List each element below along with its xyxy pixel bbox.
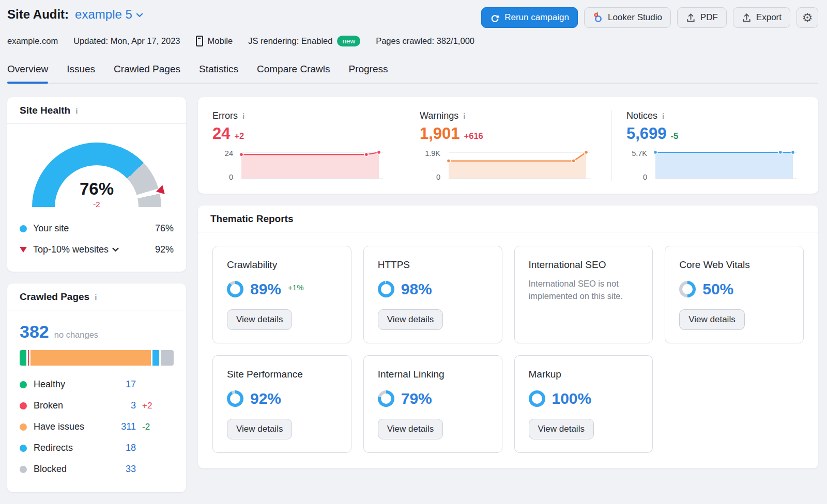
top10-value: 92% xyxy=(155,244,174,255)
internal-linking-view-details-button[interactable]: View details xyxy=(378,419,443,439)
warnings-title-row: Warnings i xyxy=(420,111,597,121)
markup-card: Markup 100% View details xyxy=(514,355,653,453)
site-health-title: Site Health xyxy=(20,105,70,116)
crawled-pages-title: Crawled Pages xyxy=(20,291,89,303)
core-web-vitals-title: Core Web Vitals xyxy=(679,259,789,271)
red-dot-icon xyxy=(20,402,27,410)
https-view-details-button[interactable]: View details xyxy=(378,309,443,330)
tab-bar: Overview Issues Crawled Pages Statistics… xyxy=(7,60,818,84)
info-icon[interactable]: i xyxy=(662,112,664,120)
site-health-delta: -2 xyxy=(22,200,172,209)
info-icon[interactable]: i xyxy=(463,112,465,120)
notices-title: Notices xyxy=(626,111,657,121)
errors-title-row: Errors i xyxy=(212,111,390,121)
looker-studio-button[interactable]: Looker Studio xyxy=(584,7,671,28)
crawlability-percent: 89% xyxy=(250,280,281,298)
redirects-count-link[interactable]: 18 xyxy=(110,443,136,453)
broken-count-link[interactable]: 3 xyxy=(110,400,136,411)
thematic-reports-title: Thematic Reports xyxy=(210,213,293,225)
errors-value[interactable]: 24 xyxy=(212,124,230,143)
thematic-reports-grid: Crawlability 89% +1% View details HTTPS … xyxy=(198,232,818,468)
pdf-label: PDF xyxy=(700,12,718,23)
top10-dropdown[interactable]: Top-10% websites xyxy=(33,244,119,255)
tab-overview[interactable]: Overview xyxy=(7,60,48,83)
mobile-icon xyxy=(196,36,203,46)
rerun-campaign-button[interactable]: Rerun campaign xyxy=(481,7,578,28)
blocked-count-link[interactable]: 33 xyxy=(110,464,136,475)
site-performance-view-details-button[interactable]: View details xyxy=(227,419,292,439)
markup-donut-icon xyxy=(529,390,545,407)
crawled-pages-card: Crawled Pages i 382 no changes Healthy 1… xyxy=(7,284,186,492)
crawled-pages-bar xyxy=(20,350,174,366)
have-issues-count-link[interactable]: 311 xyxy=(110,421,136,432)
notices-ymin-label: 0 xyxy=(626,173,647,181)
site-performance-card: Site Performance 92% View details xyxy=(212,355,351,453)
crawlability-view-details-button[interactable]: View details xyxy=(227,309,292,330)
redirects-label: Redirects xyxy=(34,443,110,453)
info-icon[interactable]: i xyxy=(75,107,78,115)
https-donut-icon xyxy=(378,281,394,297)
notices-metric: Notices i 5,699 -5 5.7K 0 xyxy=(611,111,818,181)
thematic-reports-header: Thematic Reports xyxy=(198,206,818,232)
js-rendering-label: JS rendering: Enabled xyxy=(248,36,332,46)
crawlability-card: Crawlability 89% +1% View details xyxy=(212,246,351,343)
core-web-vitals-percent: 50% xyxy=(702,280,733,298)
site-performance-percent: 92% xyxy=(250,390,281,407)
legend-row-top10: Top-10% websites 92% xyxy=(20,239,174,260)
rerun-campaign-label: Rerun campaign xyxy=(504,12,569,23)
crawled-bar-segment xyxy=(28,350,29,366)
info-icon[interactable]: i xyxy=(95,293,97,301)
settings-button[interactable]: ⚙ xyxy=(797,7,818,28)
internal-linking-donut-icon xyxy=(378,390,394,407)
markup-percent: 100% xyxy=(552,390,592,407)
international-seo-card: International SEO International SEO is n… xyxy=(514,246,653,343)
tab-issues[interactable]: Issues xyxy=(67,60,95,83)
international-seo-title: International SEO xyxy=(529,259,639,271)
healthy-count-link[interactable]: 17 xyxy=(110,379,136,390)
legend-row-have-issues: Have issues 311 -2 xyxy=(20,416,174,437)
tab-crawled-pages[interactable]: Crawled Pages xyxy=(114,60,180,83)
errors-title: Errors xyxy=(212,111,238,121)
project-name: example 5 xyxy=(75,7,132,22)
your-site-label: Your site xyxy=(33,223,69,234)
project-selector[interactable]: example 5 xyxy=(75,7,143,22)
orange-dot-icon xyxy=(20,423,27,431)
looker-studio-label: Looker Studio xyxy=(608,12,662,23)
refresh-icon xyxy=(490,13,500,23)
crawled-bar-segment xyxy=(30,350,151,366)
markup-view-details-button[interactable]: View details xyxy=(529,419,594,439)
site-audit-page: Site Audit: example 5 Rerun campaign Loo… xyxy=(0,0,827,492)
internal-linking-percent: 79% xyxy=(401,390,432,407)
warnings-title: Warnings xyxy=(420,111,458,121)
header: Site Audit: example 5 Rerun campaign Loo… xyxy=(7,7,818,28)
core-web-vitals-view-details-button[interactable]: View details xyxy=(679,309,744,330)
site-health-gauge: 76% -2 xyxy=(22,137,172,211)
internal-linking-card: Internal Linking 79% View details xyxy=(363,355,502,453)
warnings-ymax-label: 1.9K xyxy=(420,149,440,158)
tab-statistics[interactable]: Statistics xyxy=(199,60,238,83)
notices-sparkline xyxy=(652,149,798,181)
tab-compare-crawls[interactable]: Compare Crawls xyxy=(257,60,330,83)
warnings-delta: +616 xyxy=(464,131,483,141)
crawlability-delta: +1% xyxy=(288,283,303,292)
legend-row-blocked: Blocked 33 xyxy=(20,459,174,480)
your-site-value: 76% xyxy=(155,223,174,234)
crawled-pages-body: 382 no changes Healthy 17 Broken xyxy=(7,310,186,492)
warnings-value[interactable]: 1,901 xyxy=(420,124,460,143)
export-button[interactable]: Export xyxy=(733,7,790,28)
top10-label: Top-10% websites xyxy=(33,244,109,255)
international-seo-description: International SEO is not implemented on … xyxy=(529,278,639,303)
info-icon[interactable]: i xyxy=(242,112,244,120)
errors-trend: 24 0 xyxy=(212,149,390,181)
pdf-button[interactable]: PDF xyxy=(677,7,727,28)
page-title-text: Site Audit: xyxy=(7,7,69,22)
crawlability-title: Crawlability xyxy=(227,259,337,271)
broken-delta: +2 xyxy=(142,401,152,411)
warnings-ymin-label: 0 xyxy=(420,173,440,181)
legend-row-healthy: Healthy 17 xyxy=(20,374,174,395)
site-health-body: 76% -2 Your site 76% To xyxy=(7,124,186,272)
green-dot-icon xyxy=(20,381,27,388)
notices-value[interactable]: 5,699 xyxy=(626,124,667,143)
tab-progress[interactable]: Progress xyxy=(348,60,388,83)
markup-title: Markup xyxy=(529,369,639,380)
